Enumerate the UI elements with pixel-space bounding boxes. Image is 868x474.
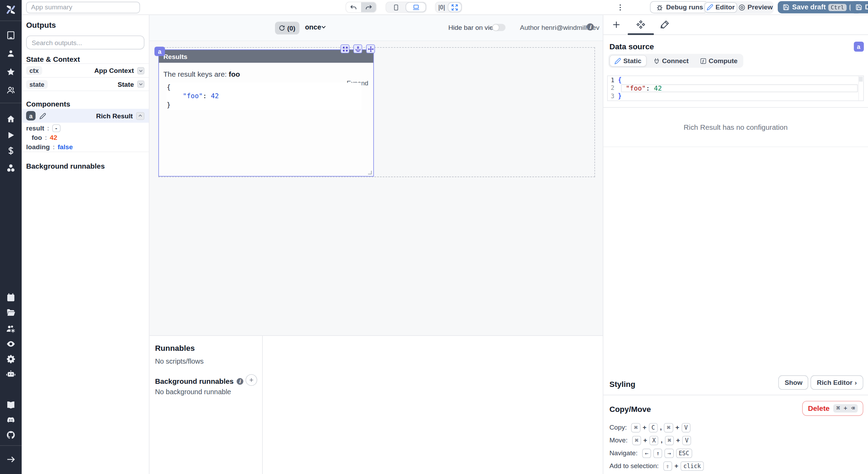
json-code-editor[interactable]: 1{ 2 "foo": 42 3}	[607, 76, 864, 101]
width-indicator-button[interactable]: |0|	[435, 2, 448, 12]
show-styling-button[interactable]: Show	[778, 375, 808, 390]
add-background-runnable-button[interactable]	[245, 374, 257, 386]
github-icon[interactable]	[6, 430, 16, 440]
redo-button[interactable]	[361, 2, 376, 12]
search-outputs-input[interactable]	[26, 35, 144, 49]
rich-result-component[interactable]: Results The result keys are: foo Expand …	[158, 49, 374, 176]
inspector-tabs	[603, 15, 868, 35]
save-icon	[783, 4, 789, 10]
loading-tree-row[interactable]: loading : false	[26, 143, 73, 152]
runnables-title: Runnables	[155, 344, 195, 353]
divider	[22, 152, 149, 152]
styling-title: Styling	[609, 380, 635, 389]
chevron-up-icon[interactable]	[136, 112, 144, 119]
resize-handle[interactable]	[367, 170, 372, 175]
editor-tab[interactable]: Editor	[704, 2, 737, 12]
connect-mode-button[interactable]: Connect	[649, 55, 693, 67]
editor-preview-toggle: Editor Preview	[703, 1, 774, 14]
schedules-calendar-icon[interactable]	[6, 293, 16, 302]
info-icon[interactable]: i	[587, 23, 594, 31]
folders-icon[interactable]	[6, 307, 16, 317]
component-a-row[interactable]: a Rich Result	[22, 109, 149, 123]
compute-mode-button[interactable]: Compute	[695, 55, 742, 67]
chevron-down-icon[interactable]	[137, 67, 144, 74]
collapse-arrow-icon[interactable]	[6, 455, 16, 464]
discord-icon[interactable]	[6, 415, 16, 425]
copy-move-section: Copy/Move Delete ⌘ + ⌫ Copy: ⌘+C, ⌘+V Mo…	[603, 395, 868, 474]
variables-dollar-icon[interactable]	[6, 146, 16, 155]
info-icon[interactable]: i	[236, 378, 243, 384]
home-icon[interactable]	[6, 115, 16, 124]
app-canvas[interactable]: a Results The result keys are: foo Expan…	[149, 41, 603, 335]
plug-icon	[653, 58, 660, 64]
top-header: |0| Debug runs Editor Preview Save draft…	[22, 0, 868, 15]
audit-eye-icon[interactable]	[6, 339, 16, 349]
fullscreen-button[interactable]	[448, 2, 462, 12]
collapse-minus-button[interactable]: -	[52, 124, 60, 132]
static-mode-button[interactable]: Static	[609, 55, 646, 67]
windmill-app-editor: |0| Debug runs Editor Preview Save draft…	[0, 0, 868, 474]
styling-section: Styling Show Rich Editor›	[603, 370, 868, 395]
state-row[interactable]: state State	[22, 77, 149, 91]
delete-shortcut-kbd: ⌘ + ⌫	[834, 404, 858, 413]
component-badge: a	[853, 42, 863, 52]
undo-button[interactable]	[346, 2, 361, 12]
rich-editor-button[interactable]: Rich Editor›	[811, 375, 863, 390]
ctx-value: App Context	[94, 67, 134, 74]
resources-boxes-icon[interactable]	[6, 163, 16, 172]
component-settings-tab[interactable]	[636, 20, 645, 29]
copy-shortcut-row: Copy: ⌘+C, ⌘+V	[609, 423, 691, 432]
ctx-row[interactable]: ctx App Context	[22, 63, 149, 77]
component-id-badge: a	[26, 111, 35, 120]
component-type: Rich Result	[96, 112, 133, 119]
move-icon[interactable]	[366, 44, 375, 53]
ctrl-kbd: Ctrl	[828, 3, 846, 11]
runs-play-icon[interactable]	[6, 130, 16, 140]
settings-gear-icon[interactable]	[6, 354, 16, 364]
apps-icon[interactable]	[6, 31, 16, 40]
deploy-button[interactable]: Deploy	[851, 1, 868, 13]
refresh-count-button[interactable]: (0)	[275, 22, 299, 34]
data-source-section: Data source a Static Connect Compute	[603, 35, 868, 108]
groups-icon[interactable]	[6, 85, 16, 95]
user-icon[interactable]	[6, 49, 16, 58]
hide-bar-toggle[interactable]	[492, 24, 506, 31]
preview-tab[interactable]: Preview	[738, 2, 773, 12]
deploy-save-icon	[856, 4, 862, 10]
debug-runs-button[interactable]: Debug runs	[650, 1, 709, 13]
undo-redo-group	[345, 2, 377, 13]
expand-component-icon[interactable]	[341, 44, 350, 53]
state-key: state	[26, 80, 48, 89]
chevron-down-icon[interactable]	[320, 24, 327, 30]
save-draft-button[interactable]: Save draft CtrlS	[778, 1, 862, 13]
move-shortcut-row: Move: ⌘+X, ⌘+V	[609, 436, 691, 445]
insert-component-tab[interactable]	[612, 20, 621, 29]
refresh-icon	[279, 25, 285, 31]
hide-bar-label: Hide bar on view	[448, 24, 498, 32]
result-tree-row[interactable]: result : -	[26, 124, 60, 133]
app-summary-input[interactable]	[26, 1, 140, 13]
mobile-view-button[interactable]	[386, 2, 406, 12]
loading-value: false	[58, 143, 73, 151]
workers-users-gear-icon[interactable]	[6, 324, 16, 333]
result-keys-text: The result keys are: foo	[163, 70, 369, 78]
anchor-icon[interactable]	[353, 44, 362, 53]
foo-tree-row[interactable]: foo : 42	[32, 133, 57, 142]
pencil-icon	[615, 58, 621, 64]
desktop-view-button[interactable]	[406, 2, 426, 12]
more-menu-button[interactable]	[616, 3, 625, 12]
component-badge: a	[155, 46, 165, 56]
windmill-logo-icon[interactable]	[5, 3, 17, 16]
rename-pencil-icon[interactable]	[40, 112, 46, 119]
docs-book-icon[interactable]	[6, 400, 16, 410]
ctx-key: ctx	[26, 66, 42, 75]
favorites-star-icon[interactable]	[6, 67, 16, 77]
chevron-down-icon[interactable]	[137, 81, 144, 88]
navigate-shortcut-row: Navigate: ←↑→ ESC	[609, 449, 692, 458]
assistant-bot-icon[interactable]	[6, 369, 16, 379]
delete-component-button[interactable]: Delete ⌘ + ⌫	[802, 401, 863, 416]
styling-brush-tab[interactable]	[660, 20, 669, 29]
frequency-select[interactable]: once	[305, 23, 321, 31]
foo-value: 42	[50, 134, 57, 142]
pencil-icon	[707, 4, 713, 10]
